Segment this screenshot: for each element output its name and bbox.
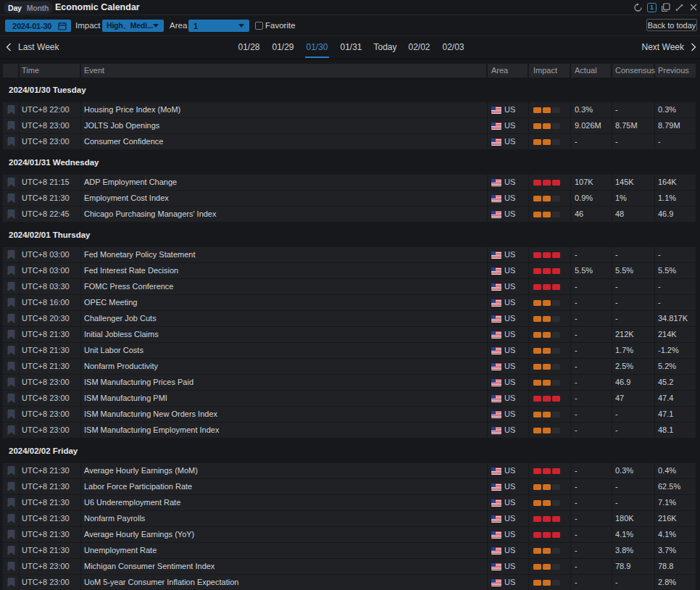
event-area: US xyxy=(488,175,529,191)
table-body: 2024/01/30 TuesdayUTC+8 22:00Housing Pri… xyxy=(3,78,696,590)
refresh-icon[interactable] xyxy=(631,0,645,14)
bookmark-icon[interactable] xyxy=(7,266,15,275)
event-row[interactable]: UTC+8 21:30Employment Cost IndexUS0.9%1%… xyxy=(3,191,696,207)
bookmark-icon[interactable] xyxy=(7,314,15,323)
event-row[interactable]: UTC+8 22:45Chicago Purchasing Managers' … xyxy=(3,207,696,223)
event-row[interactable]: UTC+8 20:30Challenger Job CutsUS--34.817… xyxy=(3,311,696,327)
event-row[interactable]: UTC+8 21:30Labor Force Participation Rat… xyxy=(3,479,696,495)
view-toggle-day[interactable]: Day xyxy=(8,4,22,12)
bookmark-icon[interactable] xyxy=(7,121,15,130)
event-row[interactable]: UTC+8 21:30Unemployment RateUS-3.8%3.7% xyxy=(3,543,696,559)
bookmark-icon[interactable] xyxy=(7,105,15,115)
impact-block xyxy=(533,364,541,370)
impact-block xyxy=(543,212,551,217)
impact-block xyxy=(533,300,541,306)
date-tab-01-30[interactable]: 01/30 xyxy=(300,36,334,58)
event-row[interactable]: UTC+8 03:30FOMC Press ConferenceUS--- xyxy=(3,279,696,295)
event-row[interactable]: UTC+8 16:00OPEC MeetingUS--- xyxy=(3,295,696,311)
area-code: US xyxy=(504,495,515,510)
impact-block xyxy=(552,516,560,522)
impact-block xyxy=(552,412,560,417)
event-name: Labor Force Participation Rate xyxy=(81,479,488,495)
close-icon[interactable] xyxy=(686,0,700,14)
bookmark-icon[interactable] xyxy=(7,209,15,219)
bookmark-icon[interactable] xyxy=(7,514,15,523)
back-to-today-button[interactable]: Back to today xyxy=(646,19,697,31)
bookmark-icon[interactable] xyxy=(7,362,15,371)
area-code: US xyxy=(504,175,515,190)
event-area: US xyxy=(488,391,529,407)
bookmark-icon[interactable] xyxy=(7,178,15,187)
popup-window-icon[interactable] xyxy=(659,0,672,14)
bookmark-icon[interactable] xyxy=(7,330,15,339)
previous-value: 7.1% xyxy=(655,495,696,511)
bookmark-icon[interactable] xyxy=(7,298,15,307)
single-view-icon[interactable]: 1 xyxy=(645,0,659,14)
bookmark-icon[interactable] xyxy=(7,378,15,387)
event-row[interactable]: UTC+8 23:00Consumer ConfidenceUS--- xyxy=(3,134,696,150)
favorite-checkbox[interactable] xyxy=(255,22,263,30)
bookmark-icon[interactable] xyxy=(7,546,15,555)
event-row[interactable]: UTC+8 23:00UoM 5-year Consumer Inflation… xyxy=(3,575,696,590)
bookmark-icon[interactable] xyxy=(7,562,15,571)
event-row[interactable]: UTC+8 23:00JOLTS Job OpeningsUS9.026M8.7… xyxy=(3,118,696,134)
bookmark-icon[interactable] xyxy=(7,194,15,203)
bookmark-icon[interactable] xyxy=(7,530,15,539)
bookmark-icon[interactable] xyxy=(7,466,15,475)
impact-block xyxy=(543,484,551,490)
date-tab-01-31[interactable]: 01/31 xyxy=(334,36,368,58)
event-area: US xyxy=(488,191,529,207)
impact-block xyxy=(552,484,560,490)
event-row[interactable]: UTC+8 21:30U6 Underemployment RateUS--7.… xyxy=(3,495,696,511)
event-row[interactable]: UTC+8 21:30Unit Labor CostsUS-1.7%-1.2% xyxy=(3,343,696,359)
bookmark-icon[interactable] xyxy=(7,410,15,419)
event-row[interactable]: UTC+8 03:00Fed Interest Rate DecisionUS5… xyxy=(3,263,696,279)
event-row[interactable]: UTC+8 21:30Average Hourly Earnings (MoM)… xyxy=(3,463,696,479)
event-row[interactable]: UTC+8 21:15ADP Employment ChangeUS107K14… xyxy=(3,175,696,191)
actual-value: - xyxy=(571,343,612,359)
event-row[interactable]: UTC+8 23:00Michigan Consumer Sentiment I… xyxy=(3,559,696,575)
event-row[interactable]: UTC+8 22:00Housing Price Index (MoM)US0.… xyxy=(3,102,696,118)
impact-select[interactable]: High、Medi... xyxy=(102,20,164,32)
date-tab-02-02[interactable]: 02/02 xyxy=(402,36,436,58)
event-row[interactable]: UTC+8 23:00ISM Manufacturing Prices Paid… xyxy=(3,375,696,391)
date-tab-02-03[interactable]: 02/03 xyxy=(436,36,470,58)
date-tab-01-29[interactable]: 01/29 xyxy=(266,36,300,58)
next-week-button[interactable]: Next Week xyxy=(642,36,696,58)
date-tab-01-28[interactable]: 01/28 xyxy=(232,36,266,58)
event-row[interactable]: UTC+8 23:00ISM Manufacturing New Orders … xyxy=(3,407,696,423)
event-row[interactable]: UTC+8 21:30Nonfarm PayrollsUS-180K216K xyxy=(3,511,696,527)
view-toggle-month[interactable]: Month xyxy=(27,4,49,12)
consensus-value: 3.8% xyxy=(612,543,655,559)
bookmark-icon[interactable] xyxy=(7,346,15,355)
event-row[interactable]: UTC+8 23:00ISM Manufacturing Employment … xyxy=(3,423,696,439)
event-row[interactable]: UTC+8 21:30Nonfarm ProductivityUS-2.5%5.… xyxy=(3,359,696,375)
bookmark-icon[interactable] xyxy=(7,482,15,491)
event-name: Challenger Job Cuts xyxy=(81,311,488,327)
event-row[interactable]: UTC+8 03:00Fed Monetary Policy Statement… xyxy=(3,247,696,263)
bookmark-icon[interactable] xyxy=(7,137,15,146)
bookmark-icon[interactable] xyxy=(7,425,15,435)
actual-value: - xyxy=(571,407,612,423)
bookmark-icon[interactable] xyxy=(7,282,15,291)
date-input[interactable]: 2024-01-30 xyxy=(5,20,71,32)
view-count-badge: 1 xyxy=(647,3,657,12)
bookmark-icon[interactable] xyxy=(7,498,15,507)
bookmark-icon[interactable] xyxy=(7,394,15,403)
date-tab-Today[interactable]: Today xyxy=(368,36,402,58)
expand-icon[interactable] xyxy=(672,0,686,14)
last-week-button[interactable]: Last Week xyxy=(6,36,59,58)
event-row[interactable]: UTC+8 21:30Average Hourly Earnings (YoY)… xyxy=(3,527,696,543)
event-name: JOLTS Job Openings xyxy=(81,118,488,134)
actual-value: - xyxy=(571,295,612,311)
event-row[interactable]: UTC+8 23:00ISM Manufacturing PMIUS-4747.… xyxy=(3,391,696,407)
event-row[interactable]: UTC+8 21:30Initial Jobless ClaimsUS-212K… xyxy=(3,327,696,343)
impact-block xyxy=(543,139,551,145)
previous-value: 34.817K xyxy=(655,311,696,327)
event-time: UTC+8 23:00 xyxy=(20,118,81,134)
previous-value: - xyxy=(655,247,696,263)
area-code: US xyxy=(504,263,515,278)
bookmark-icon[interactable] xyxy=(7,250,15,259)
bookmark-icon[interactable] xyxy=(7,578,15,587)
area-select[interactable]: 1 xyxy=(188,20,249,32)
